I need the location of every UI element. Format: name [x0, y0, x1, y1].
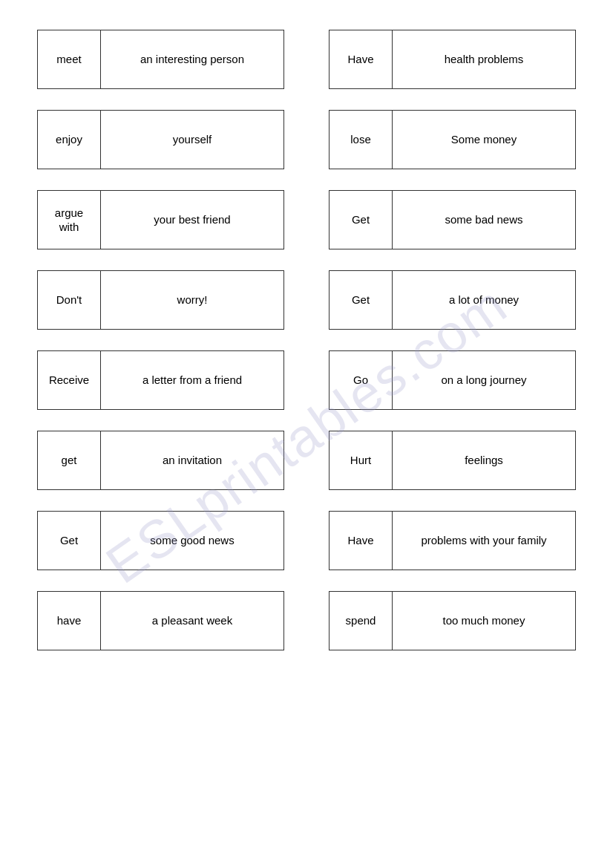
card-grid: meet an interesting person Have health p…	[37, 30, 576, 650]
card-phrase: a pleasant week	[101, 592, 283, 650]
card-card-8: Get a lot of money	[329, 270, 576, 330]
card-verb: lose	[330, 111, 393, 169]
card-verb: Have	[330, 30, 393, 88]
card-phrase: too much money	[393, 592, 575, 650]
card-verb: spend	[330, 592, 393, 650]
card-phrase: health problems	[393, 30, 575, 88]
card-card-15: have a pleasant week	[37, 591, 284, 650]
card-verb: Get	[330, 271, 393, 329]
card-card-1: meet an interesting person	[37, 30, 284, 89]
card-phrase: feelings	[393, 431, 575, 489]
card-verb: Don't	[38, 271, 101, 329]
card-card-16: spend too much money	[329, 591, 576, 650]
card-verb: Get	[38, 512, 101, 570]
card-verb: Have	[330, 512, 393, 570]
card-phrase: your best friend	[101, 191, 283, 249]
card-phrase: an interesting person	[101, 30, 283, 88]
card-card-7: Don't worry!	[37, 270, 284, 330]
card-card-4: lose Some money	[329, 110, 576, 169]
card-phrase: worry!	[101, 271, 283, 329]
card-verb: meet	[38, 30, 101, 88]
card-phrase: on a long journey	[393, 351, 575, 409]
card-card-5: argue with your best friend	[37, 190, 284, 249]
card-card-2: Have health problems	[329, 30, 576, 89]
card-phrase: Some money	[393, 111, 575, 169]
card-card-13: Get some good news	[37, 511, 284, 570]
card-phrase: some bad news	[393, 191, 575, 249]
card-phrase: a lot of money	[393, 271, 575, 329]
card-phrase: a letter from a friend	[101, 351, 283, 409]
card-verb: Go	[330, 351, 393, 409]
card-card-3: enjoy yourself	[37, 110, 284, 169]
card-card-9: Receive a letter from a friend	[37, 350, 284, 410]
card-phrase: an invitation	[101, 431, 283, 489]
card-card-11: get an invitation	[37, 431, 284, 490]
card-verb: Get	[330, 191, 393, 249]
card-verb: Receive	[38, 351, 101, 409]
card-phrase: some good news	[101, 512, 283, 570]
card-card-6: Get some bad news	[329, 190, 576, 249]
card-card-14: Have problems with your family	[329, 511, 576, 570]
card-verb: Hurt	[330, 431, 393, 489]
card-verb: have	[38, 592, 101, 650]
card-phrase: yourself	[101, 111, 283, 169]
card-card-10: Go on a long journey	[329, 350, 576, 410]
card-phrase: problems with your family	[393, 512, 575, 570]
card-verb: argue with	[38, 191, 101, 249]
card-card-12: Hurt feelings	[329, 431, 576, 490]
card-verb: get	[38, 431, 101, 489]
card-verb: enjoy	[38, 111, 101, 169]
